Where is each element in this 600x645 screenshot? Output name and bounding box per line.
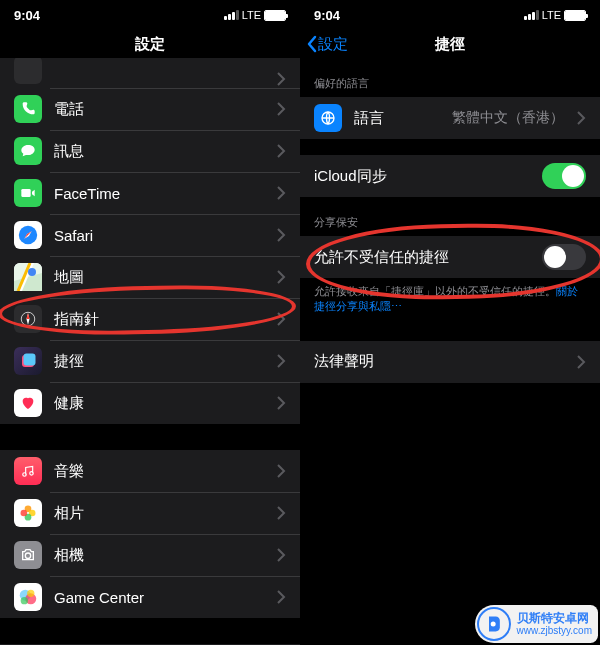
row-label: 允許不受信任的捷徑 <box>314 248 530 267</box>
chevron-right-icon <box>276 548 286 562</box>
svg-point-11 <box>25 553 30 558</box>
status-time: 9:04 <box>14 8 40 23</box>
status-bar: 9:04 LTE <box>300 0 600 30</box>
settings-row-facetime[interactable]: FaceTime <box>0 172 300 214</box>
row-label: 語言 <box>354 109 440 128</box>
watermark-url: www.zjbstyy.com <box>517 625 592 636</box>
chevron-left-icon <box>306 35 318 53</box>
section-footer-untrusted: 允許接收來自「捷徑庫」以外的不受信任的捷徑。關於捷徑分享與私隱⋯ <box>300 278 600 325</box>
row-label: 法律聲明 <box>314 352 564 371</box>
chevron-right-icon <box>276 144 286 158</box>
toggle-allow-untrusted[interactable] <box>542 244 586 270</box>
watermark-title: 贝斯特安卓网 <box>517 612 592 625</box>
row-label: 指南針 <box>54 310 264 329</box>
facetime-icon <box>14 179 42 207</box>
settings-row-gamecenter[interactable]: Game Center <box>0 576 300 618</box>
chevron-right-icon <box>276 590 286 604</box>
row-label: 訊息 <box>54 142 264 161</box>
row-value: 繁體中文（香港） <box>452 109 564 127</box>
row-label: 相片 <box>54 504 264 523</box>
row-language[interactable]: 語言 繁體中文（香港） <box>300 97 600 139</box>
chevron-right-icon <box>276 228 286 242</box>
toggle-icloud-sync[interactable] <box>542 163 586 189</box>
shortcuts-settings-screen: 9:04 LTE 設定 捷徑 偏好的語言 語言 繁體中文（香港） <box>300 0 600 645</box>
chevron-right-icon <box>276 506 286 520</box>
nav-header: 設定 <box>0 30 300 58</box>
row-label: 健康 <box>54 394 264 413</box>
settings-row-music[interactable]: 音樂 <box>0 450 300 492</box>
compass-icon <box>14 305 42 333</box>
globe-icon <box>314 104 342 132</box>
signal-icon <box>224 10 239 20</box>
watermark-logo-icon <box>477 607 511 641</box>
svg-point-14 <box>27 590 34 597</box>
carrier-label: LTE <box>542 9 561 21</box>
shortcuts-icon <box>14 347 42 375</box>
chevron-right-icon <box>276 102 286 116</box>
settings-row-health[interactable]: 健康 <box>0 382 300 424</box>
chevron-right-icon <box>576 355 586 369</box>
settings-row-phone[interactable]: 電話 <box>0 88 300 130</box>
svg-point-3 <box>28 268 36 276</box>
row-label: 相機 <box>54 546 264 565</box>
svg-point-18 <box>490 622 495 627</box>
app-icon <box>14 58 42 84</box>
settings-row-photos[interactable]: 相片 <box>0 492 300 534</box>
row-icloud-sync[interactable]: iCloud同步 <box>300 155 600 197</box>
settings-row-truncated[interactable] <box>0 58 300 88</box>
chevron-right-icon <box>276 354 286 368</box>
phone-icon <box>14 95 42 123</box>
watermark: 贝斯特安卓网 www.zjbstyy.com <box>475 605 598 643</box>
back-button[interactable]: 設定 <box>306 35 348 54</box>
row-label: 地圖 <box>54 268 264 287</box>
chevron-right-icon <box>276 396 286 410</box>
carrier-label: LTE <box>242 9 261 21</box>
photos-icon <box>14 499 42 527</box>
row-label: Game Center <box>54 589 264 606</box>
section-header-sharing: 分享保安 <box>300 197 600 236</box>
chevron-right-icon <box>576 111 586 125</box>
row-label: 音樂 <box>54 462 264 481</box>
messages-icon <box>14 137 42 165</box>
svg-point-10 <box>21 510 28 517</box>
chevron-right-icon <box>276 464 286 478</box>
battery-icon <box>564 10 586 21</box>
row-label: Safari <box>54 227 264 244</box>
back-label: 設定 <box>318 35 348 54</box>
row-label: FaceTime <box>54 185 264 202</box>
page-title: 設定 <box>135 35 165 54</box>
settings-row-shortcuts[interactable]: 捷徑 <box>0 340 300 382</box>
status-time: 9:04 <box>314 8 340 23</box>
svg-rect-0 <box>21 189 30 197</box>
settings-row-compass[interactable]: 指南針 <box>0 298 300 340</box>
status-bar: 9:04 LTE <box>0 0 300 30</box>
health-icon <box>14 389 42 417</box>
nav-header: 設定 捷徑 <box>300 30 600 58</box>
chevron-right-icon <box>276 270 286 284</box>
row-label: 電話 <box>54 100 264 119</box>
row-label: 捷徑 <box>54 352 264 371</box>
music-icon <box>14 457 42 485</box>
settings-row-messages[interactable]: 訊息 <box>0 130 300 172</box>
chevron-right-icon <box>276 186 286 200</box>
settings-row-camera[interactable]: 相機 <box>0 534 300 576</box>
settings-row-safari[interactable]: Safari <box>0 214 300 256</box>
camera-icon <box>14 541 42 569</box>
svg-point-15 <box>21 597 28 604</box>
svg-rect-6 <box>24 354 36 366</box>
section-header-language: 偏好的語言 <box>300 58 600 97</box>
row-allow-untrusted[interactable]: 允許不受信任的捷徑 <box>300 236 600 278</box>
gamecenter-icon <box>14 583 42 611</box>
row-legal[interactable]: 法律聲明 <box>300 341 600 383</box>
settings-row-maps[interactable]: 地圖 <box>0 256 300 298</box>
row-label: iCloud同步 <box>314 167 530 186</box>
safari-icon <box>14 221 42 249</box>
chevron-right-icon <box>276 72 286 86</box>
settings-main-screen: 9:04 LTE 設定 電話 <box>0 0 300 645</box>
signal-icon <box>524 10 539 20</box>
battery-icon <box>264 10 286 21</box>
chevron-right-icon <box>276 312 286 326</box>
maps-icon <box>14 263 42 291</box>
page-title: 捷徑 <box>435 35 465 54</box>
